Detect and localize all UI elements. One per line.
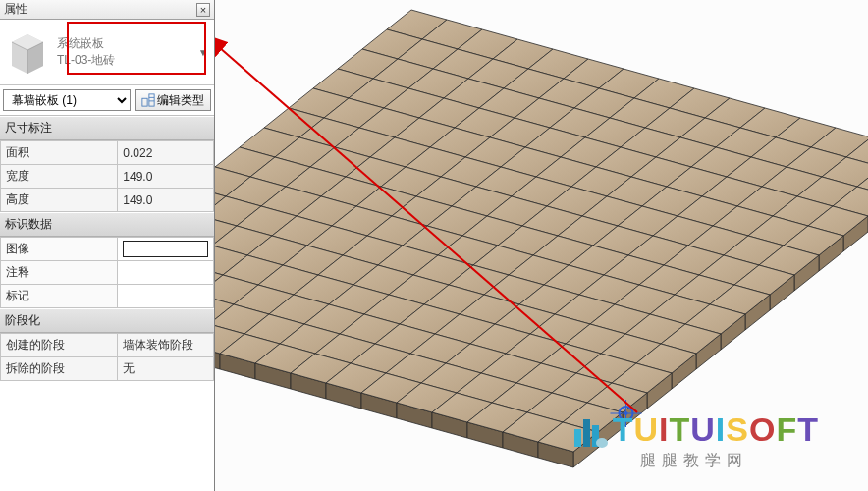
table-identity: 图像 注释 标记: [0, 237, 214, 308]
table-row: 面积0.022: [1, 141, 214, 165]
table-row: 拆除的阶段无: [1, 357, 214, 381]
type-thumbnail: [4, 26, 51, 79]
chevron-down-icon[interactable]: ▼: [198, 47, 210, 58]
tile-grid-model: [215, 0, 868, 491]
panel-title: 属性: [4, 1, 27, 18]
3d-viewport[interactable]: TUITUISOFT 腿腿教学网: [215, 0, 868, 491]
table-dimensions: 面积0.022 宽度149.0 高度149.0: [0, 140, 214, 212]
edit-type-icon: [141, 93, 155, 107]
svg-rect-4: [149, 94, 154, 106]
comments-value[interactable]: [118, 261, 214, 285]
type-labels: 系统嵌板 TL-03-地砖: [57, 35, 192, 69]
table-row: 注释: [1, 261, 214, 285]
table-row: 宽度149.0: [1, 165, 214, 189]
instance-selector-row: 幕墙嵌板 (1) 编辑类型: [0, 85, 214, 116]
properties-panel: 属性 × 系统嵌板 TL-03-地砖 ▼ 幕墙嵌板 (1): [0, 0, 215, 491]
svg-rect-3: [142, 98, 147, 106]
table-phasing: 创建的阶段墙体装饰阶段 拆除的阶段无: [0, 333, 214, 381]
table-row: 创建的阶段墙体装饰阶段: [1, 334, 214, 357]
table-row: 图像: [1, 238, 214, 261]
close-icon[interactable]: ×: [196, 3, 210, 17]
mark-value[interactable]: [118, 285, 214, 308]
section-dimensions-title: 尺寸标注: [0, 116, 214, 140]
family-label: 系统嵌板: [57, 35, 192, 52]
instance-selector[interactable]: 幕墙嵌板 (1): [3, 89, 131, 111]
type-label: TL-03-地砖: [57, 52, 192, 69]
type-selector-row[interactable]: 系统嵌板 TL-03-地砖 ▼: [0, 20, 214, 85]
table-row: 高度149.0: [1, 189, 214, 212]
image-field[interactable]: [123, 241, 208, 257]
panel-header: 属性 ×: [0, 0, 214, 20]
section-identity-title: 标识数据: [0, 212, 214, 237]
section-phasing-title: 阶段化: [0, 308, 214, 333]
edit-type-button[interactable]: 编辑类型: [135, 89, 211, 111]
table-row: 标记: [1, 285, 214, 308]
